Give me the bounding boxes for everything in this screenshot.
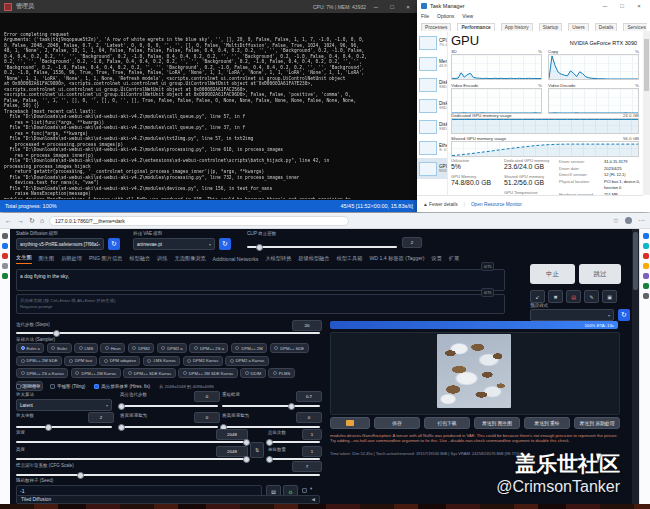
sampler-option[interactable]: DPM++ 2S a Karras	[16, 368, 68, 378]
sampler-option[interactable]: PLMS	[268, 368, 294, 378]
cfg-slider[interactable]	[16, 472, 320, 478]
upscaler-dropdown[interactable]: Latent▾	[16, 399, 112, 411]
sampler-option[interactable]: DPM++ 2M	[231, 343, 267, 353]
edge-sidebar-icon[interactable]	[643, 283, 649, 289]
tiled-diffusion-accordion[interactable]: Tiled Diffusion◀	[16, 495, 320, 504]
tm-menu-item[interactable]: File	[421, 13, 429, 19]
tm-tab[interactable]: Startup	[539, 23, 562, 31]
restore-faces-checkbox[interactable]: 面部修复	[16, 384, 41, 389]
sd-tab[interactable]: 扩展	[449, 255, 459, 264]
browser-refresh-icon[interactable]: ↻	[29, 217, 35, 224]
tiling-checkbox[interactable]: 平铺图 (Tiling)	[50, 384, 85, 389]
seed-extra-chevron-icon[interactable]: ▾	[310, 486, 312, 491]
browser-home-icon[interactable]: ⌂	[40, 217, 44, 224]
task-manager-titlebar[interactable]: Task Manager ─ □ ×	[417, 0, 650, 11]
terminal-titlebar[interactable]: 管理员 CPU: 7% | MEM: 43932 ─ □ ×	[0, 0, 418, 13]
sd-tab[interactable]: WD 1.4 标签器 (Tagger)	[369, 255, 424, 264]
prompt-tool-button[interactable]: ✖	[548, 290, 563, 303]
terminal-close-icon[interactable]: ×	[402, 4, 414, 10]
prompt-tool-button[interactable]: ✎	[584, 290, 599, 303]
terminal-maximize-icon[interactable]: □	[386, 4, 398, 10]
clip-skip-value[interactable]: 2	[402, 237, 422, 248]
model-refresh-button[interactable]: ↻	[108, 238, 120, 250]
styles-refresh-button[interactable]: ↻	[618, 309, 630, 321]
cfg-value[interactable]: 7	[292, 461, 322, 472]
hires-steps-slider[interactable]	[120, 403, 218, 409]
tm-sidebar-item[interactable]: GPU 0 NVIDIA GeForce RTX 3090 5% (74.8/8…	[417, 158, 448, 179]
browser-back-icon[interactable]: ←	[5, 217, 12, 224]
skip-button[interactable]: 跳过	[579, 264, 621, 284]
tm-maximize-icon[interactable]: □	[615, 3, 629, 9]
sidebar-tool-icon[interactable]	[2, 273, 8, 279]
tm-tab[interactable]: Users	[568, 23, 589, 31]
browser-menu-icon[interactable]: ⋯	[638, 217, 645, 224]
vae-refresh-button[interactable]: ↻	[219, 238, 231, 250]
tm-fewer-details-link[interactable]: ▲ Fewer details	[423, 202, 458, 207]
edge-sidebar-icon[interactable]	[643, 293, 649, 299]
page-scrollbar[interactable]	[632, 229, 639, 504]
edge-sidebar-icon[interactable]	[643, 253, 649, 259]
sidebar-tool-icon[interactable]	[2, 253, 8, 259]
sampler-option[interactable]: DPM++ SDE	[270, 343, 309, 353]
tm-menu-item[interactable]: View	[462, 13, 473, 19]
sd-tab[interactable]: 模型工具箱	[336, 255, 362, 264]
tm-sidebar-item[interactable]: Ethernet S: 0 R: 0 Kbps	[417, 137, 448, 158]
tm-close-icon[interactable]: ×	[632, 3, 646, 9]
denoise-slider[interactable]	[222, 403, 320, 409]
sidebar-tool-icon[interactable]	[2, 233, 8, 239]
denoise-value[interactable]: 0.7	[296, 391, 322, 402]
sd-tab[interactable]: 模型融合	[129, 255, 150, 264]
sampler-option[interactable]: DPM fast	[64, 356, 96, 366]
sd-tab[interactable]: Additional Networks	[213, 256, 259, 264]
edge-sidebar-icon[interactable]	[643, 263, 649, 269]
prompt-tool-button[interactable]: ↙	[530, 290, 545, 303]
sd-tab[interactable]: 训练	[157, 255, 167, 264]
model-dropdown[interactable]: anything-v5-PrtRE.safetensors [7f96a1a9]…	[16, 238, 104, 250]
swap-dimensions-button[interactable]: ⇅	[250, 442, 264, 458]
batch-count-slider[interactable]	[268, 439, 320, 445]
sidebar-tool-icon[interactable]	[2, 243, 8, 249]
tm-sidebar-item[interactable]: Disk 1 (C:) SSD 2%	[417, 95, 448, 116]
upscale-by-value[interactable]: 2	[88, 412, 114, 423]
terminal-minimize-icon[interactable]: ─	[370, 4, 382, 10]
resize-width-slider[interactable]	[120, 424, 218, 430]
sd-tab[interactable]: 超级模型融合	[298, 255, 329, 264]
interrupt-button[interactable]: 中止	[530, 264, 575, 284]
tm-scrollbar-thumb[interactable]	[644, 39, 649, 91]
open-folder-button[interactable]	[330, 417, 370, 429]
slider-thumb[interactable]	[77, 472, 84, 479]
sd-tab[interactable]: 文生图	[16, 254, 32, 264]
sd-tab[interactable]: 设置	[431, 255, 441, 264]
slider-thumb[interactable]	[243, 439, 250, 446]
tm-sidebar-item[interactable]: Disk 2 (D:) SSD 0%	[417, 116, 448, 137]
sampler-option[interactable]: DPM2 a Karras	[225, 356, 269, 366]
slider-thumb[interactable]	[243, 456, 250, 463]
page-scrollbar-thumb[interactable]	[633, 232, 638, 290]
vae-dropdown[interactable]: animevae.pt▾	[133, 238, 215, 250]
sampler-option[interactable]: LMS Karras	[143, 356, 180, 366]
sampler-option[interactable]: DPM2 a	[157, 343, 187, 353]
sd-tab[interactable]: 后期处理	[61, 255, 82, 264]
slider-thumb[interactable]	[288, 403, 295, 410]
extra-seed-checkbox[interactable]	[302, 488, 307, 493]
edge-sidebar-icon[interactable]	[643, 273, 649, 279]
clip-skip-slider[interactable]	[247, 244, 397, 250]
slider-thumb[interactable]	[45, 424, 52, 431]
tm-tab[interactable]: App history	[501, 23, 533, 31]
terminal-log[interactable]: Error completing requestArguments: ('tas…	[4, 15, 416, 199]
tm-tab[interactable]: Details	[595, 23, 618, 31]
sd-tab[interactable]: PNG 图片信息	[89, 255, 122, 264]
generated-image[interactable]	[437, 334, 511, 408]
prompt-tool-button[interactable]: ▤	[566, 290, 581, 303]
sampler-option[interactable]: Euler	[47, 343, 72, 353]
sd-tab[interactable]: 无边图像浏览	[174, 255, 205, 264]
slider-thumb[interactable]	[256, 244, 263, 251]
browser-forward-icon[interactable]: →	[17, 217, 24, 224]
sampler-option[interactable]: DPM2	[128, 343, 155, 353]
sampler-option[interactable]: DDIM	[240, 368, 266, 378]
edge-sidebar-icon[interactable]	[643, 233, 649, 239]
resize-height-value[interactable]: 0	[296, 412, 322, 423]
browser-address-bar[interactable]: 127.0.0.1:7860/?__theme=dark	[49, 216, 349, 226]
tm-sidebar-item[interactable]: Disk 0 (E:) SSD 0%	[417, 74, 448, 95]
sampler-option[interactable]: DPM++ 2M Karras	[71, 368, 121, 378]
